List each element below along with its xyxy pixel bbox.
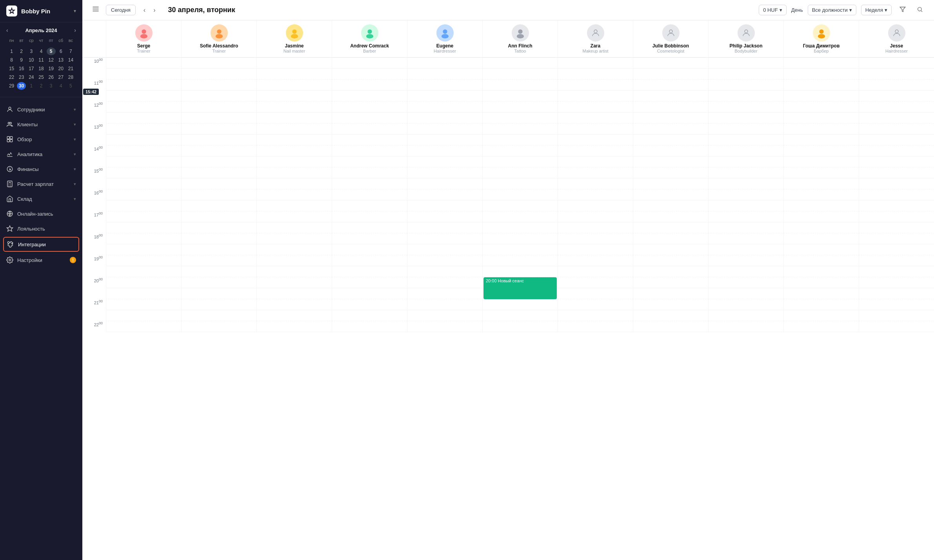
calendar-day[interactable] [7,44,16,47]
time-cell[interactable] [106,255,181,266]
time-cell[interactable] [407,91,482,102]
search-button[interactable] [914,5,926,16]
time-cell[interactable] [257,310,332,321]
time-cell[interactable] [257,124,332,135]
calendar-day[interactable]: 1 [7,47,16,55]
time-cell[interactable] [859,321,934,332]
calendar-day[interactable]: 11 [36,56,45,64]
time-cell[interactable] [558,233,633,244]
time-cell[interactable] [182,266,256,277]
time-cell[interactable] [709,113,783,124]
time-cell[interactable] [709,211,783,222]
calendar-day[interactable]: 14 [66,56,75,64]
time-cell[interactable] [709,58,783,69]
time-cell[interactable] [106,277,181,288]
time-cell[interactable] [558,80,633,91]
time-cell[interactable] [483,145,558,156]
time-cell[interactable] [859,244,934,255]
calendar-day[interactable]: 22 [7,73,16,81]
time-cell[interactable] [257,211,332,222]
time-cell[interactable] [257,255,332,266]
time-cell[interactable] [709,80,783,91]
calendar-day[interactable]: 24 [27,73,36,81]
time-cell[interactable] [182,288,256,299]
time-cell[interactable] [859,255,934,266]
time-cell[interactable] [558,167,633,178]
time-cell[interactable] [483,102,558,113]
time-cell[interactable] [709,200,783,211]
grid-col-jesse[interactable] [859,58,934,332]
sidebar-logo[interactable]: Bobby Pin ▾ [0,0,82,22]
time-cell[interactable] [558,124,633,135]
sidebar-item-settings[interactable]: Настройки ! [0,253,82,267]
filter-button[interactable] [896,5,909,16]
calendar-day[interactable]: 5 [66,82,75,90]
time-cell[interactable] [106,58,181,69]
time-cell[interactable] [859,288,934,299]
time-cell[interactable] [709,255,783,266]
time-cell[interactable] [483,58,558,69]
schedule-scroll[interactable]: Serge Trainer Sofie Alessandro Trainer [82,20,934,560]
time-cell[interactable] [558,310,633,321]
time-cell[interactable] [784,91,859,102]
time-cell[interactable] [332,113,407,124]
time-cell[interactable] [633,244,708,255]
time-cell[interactable] [106,299,181,310]
calendar-day[interactable] [56,44,65,47]
calendar-day[interactable]: 26 [47,73,56,81]
time-cell[interactable] [332,277,407,288]
calendar-day[interactable]: 15 [7,65,16,73]
time-cell[interactable] [558,113,633,124]
time-cell[interactable] [709,321,783,332]
event-block[interactable]: 20:00 Новый сеанс [483,277,557,299]
time-cell[interactable] [407,310,482,321]
time-cell[interactable] [106,69,181,80]
time-cell[interactable] [859,266,934,277]
time-cell[interactable] [784,200,859,211]
time-cell[interactable] [784,113,859,124]
time-cell[interactable] [483,80,558,91]
time-cell[interactable] [483,299,558,310]
time-cell[interactable] [633,145,708,156]
time-cell[interactable] [483,178,558,189]
time-cell[interactable] [558,266,633,277]
time-cell[interactable] [257,233,332,244]
time-cell[interactable] [784,244,859,255]
calendar-day[interactable] [17,44,26,47]
time-cell[interactable] [332,200,407,211]
time-cell[interactable] [784,102,859,113]
time-cell[interactable] [859,156,934,167]
time-cell[interactable] [332,124,407,135]
time-cell[interactable] [859,211,934,222]
time-cell[interactable] [332,58,407,69]
grid-col-philip[interactable] [708,58,783,332]
prev-date-button[interactable]: ‹ [140,5,149,15]
time-cell[interactable] [633,288,708,299]
time-cell[interactable] [182,178,256,189]
time-cell[interactable] [633,211,708,222]
time-cell[interactable] [633,178,708,189]
time-cell[interactable] [407,145,482,156]
time-cell[interactable] [558,244,633,255]
grid-col-ann[interactable]: 20:00 Новый сеанс [482,58,558,332]
time-cell[interactable] [483,124,558,135]
menu-button[interactable] [90,4,101,16]
calendar-day[interactable]: 9 [17,56,26,64]
time-cell[interactable] [407,135,482,145]
time-cell[interactable] [483,255,558,266]
time-cell[interactable] [332,222,407,233]
time-cell[interactable] [633,113,708,124]
time-cell[interactable] [182,310,256,321]
time-cell[interactable] [709,288,783,299]
calendar-day[interactable]: 3 [47,82,56,90]
time-cell[interactable] [257,222,332,233]
today-button[interactable]: Сегодня [106,5,136,15]
time-cell[interactable] [859,102,934,113]
time-cell[interactable] [633,200,708,211]
time-cell[interactable] [633,69,708,80]
sidebar-item-warehouse[interactable]: Склад ▾ [0,191,82,206]
time-cell[interactable] [106,145,181,156]
time-cell[interactable] [257,189,332,200]
time-cell[interactable] [558,321,633,332]
time-cell[interactable] [182,135,256,145]
